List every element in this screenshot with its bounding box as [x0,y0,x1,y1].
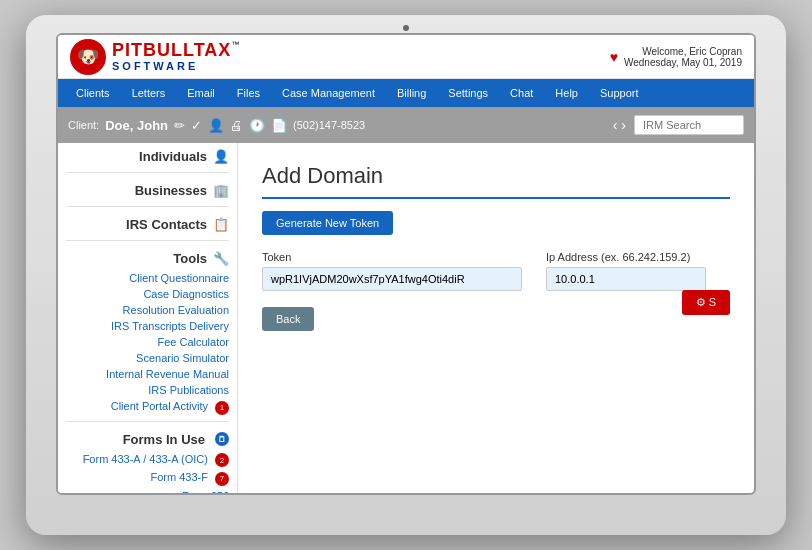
sidebar: Individuals 👤 Businesses 🏢 IRS Contacts … [58,143,238,493]
next-arrow[interactable]: › [621,117,626,133]
nav-files[interactable]: Files [227,83,270,103]
client-icons: ✏ ✓ 👤 🖨 🕐 📄 [174,118,287,133]
save-icon: ⚙ [696,296,706,308]
welcome-date: Wednesday, May 01, 2019 [624,57,742,68]
link-form-656[interactable]: Form 656 [58,488,237,494]
save-label: S [709,296,716,308]
ip-group: Ip Address (ex. 66.242.159.2) [546,251,706,291]
bottom-btn-row: Back ⚙ S [262,307,730,331]
welcome-text: Welcome, Eric Copran Wednesday, May 01, … [624,46,742,68]
form-433f-badge: 7 [215,472,229,486]
main-layout: Individuals 👤 Businesses 🏢 IRS Contacts … [58,143,754,493]
nav-clients[interactable]: Clients [66,83,120,103]
individuals-label: Individuals [139,149,207,164]
link-fee-calculator[interactable]: Fee Calculator [58,334,237,350]
token-input[interactable] [262,267,522,291]
nav-letters[interactable]: Letters [122,83,176,103]
generate-new-token-button[interactable]: Generate New Token [262,211,393,235]
nav-case-management[interactable]: Case Management [272,83,385,103]
sidebar-tools[interactable]: Tools 🔧 [58,245,237,270]
link-form-433a[interactable]: Form 433-A / 433-A (OIC) 2 [58,451,237,470]
nav-settings[interactable]: Settings [438,83,498,103]
welcome-area: ♥ Welcome, Eric Copran Wednesday, May 01… [610,46,742,68]
forms-badge: 🗒 [215,432,229,446]
brand-software: SOFTWARE [112,60,239,72]
client-phone: (502)147-8523 [293,119,365,131]
token-group: Token [262,251,522,291]
businesses-label: Businesses [135,183,207,198]
sidebar-irs-contacts[interactable]: IRS Contacts 📋 [58,211,237,236]
brand-tm: ™ [231,41,239,50]
client-name: Doe, John [105,118,168,133]
file-icon[interactable]: 📄 [271,118,287,133]
form-433a-badge: 2 [215,453,229,467]
brand-logo: 🐶 PITBULLTAX ™ SOFTWARE [70,39,239,75]
save-button[interactable]: ⚙ S [682,290,730,315]
sidebar-businesses[interactable]: Businesses 🏢 [58,177,237,202]
businesses-icon: 🏢 [213,183,229,198]
sidebar-forms-in-use[interactable]: Forms In Use 🗒 [58,426,237,451]
link-internal-revenue-manual[interactable]: Internal Revenue Manual [58,366,237,382]
heart-icon: ♥ [610,49,618,65]
tools-label: Tools [173,251,207,266]
nav-support[interactable]: Support [590,83,649,103]
link-client-questionnaire[interactable]: Client Questionnaire [58,270,237,286]
edit-icon[interactable]: ✏ [174,118,185,133]
irm-search-input[interactable] [634,115,744,135]
add-client-icon[interactable]: 👤 [208,118,224,133]
nav-help[interactable]: Help [545,83,588,103]
link-client-portal-activity[interactable]: Client Portal Activity 1 [58,398,237,417]
client-info: Client: Doe, John ✏ ✓ 👤 🖨 🕐 📄 (502)147-8… [68,118,365,133]
nav-chat[interactable]: Chat [500,83,543,103]
nav-billing[interactable]: Billing [387,83,436,103]
link-scenario-simulator[interactable]: Scenario Simulator [58,350,237,366]
link-resolution-evaluation[interactable]: Resolution Evaluation [58,302,237,318]
nav-bar: Clients Letters Email Files Case Managem… [58,79,754,107]
individuals-icon: 👤 [213,149,229,164]
logo-mascot: 🐶 [70,39,106,75]
client-portal-badge: 1 [215,401,229,415]
sidebar-individuals[interactable]: Individuals 👤 [58,143,237,168]
print-icon[interactable]: 🖨 [230,118,243,133]
link-form-433f[interactable]: Form 433-F 7 [58,469,237,488]
token-label: Token [262,251,522,263]
client-label: Client: [68,119,99,131]
clock-icon[interactable]: 🕐 [249,118,265,133]
prev-arrow[interactable]: ‹ [613,117,618,133]
irs-contacts-label: IRS Contacts [126,217,207,232]
nav-arrows: ‹ › [613,117,626,133]
ip-label: Ip Address (ex. 66.242.159.2) [546,251,706,263]
check-icon[interactable]: ✓ [191,118,202,133]
client-bar: Client: Doe, John ✏ ✓ 👤 🖨 🕐 📄 (502)147-8… [58,107,754,143]
tools-icon: 🔧 [213,251,229,266]
brand-name: PITBULLTAX [112,41,231,61]
logo-text: PITBULLTAX ™ SOFTWARE [112,41,239,73]
page-title: Add Domain [262,163,730,199]
brand-bar: 🐶 PITBULLTAX ™ SOFTWARE ♥ Welcome, Eric … [58,35,754,79]
ip-input[interactable] [546,267,706,291]
link-irs-transcripts[interactable]: IRS Transcripts Delivery [58,318,237,334]
forms-in-use-label: Forms In Use [123,432,205,447]
link-irs-publications[interactable]: IRS Publications [58,382,237,398]
link-case-diagnostics[interactable]: Case Diagnostics [58,286,237,302]
content-area: Add Domain Generate New Token Token Ip A… [238,143,754,493]
irs-contacts-icon: 📋 [213,217,229,232]
form-row: Token Ip Address (ex. 66.242.159.2) [262,251,730,291]
back-button[interactable]: Back [262,307,314,331]
welcome-name: Welcome, Eric Copran [624,46,742,57]
nav-email[interactable]: Email [177,83,225,103]
